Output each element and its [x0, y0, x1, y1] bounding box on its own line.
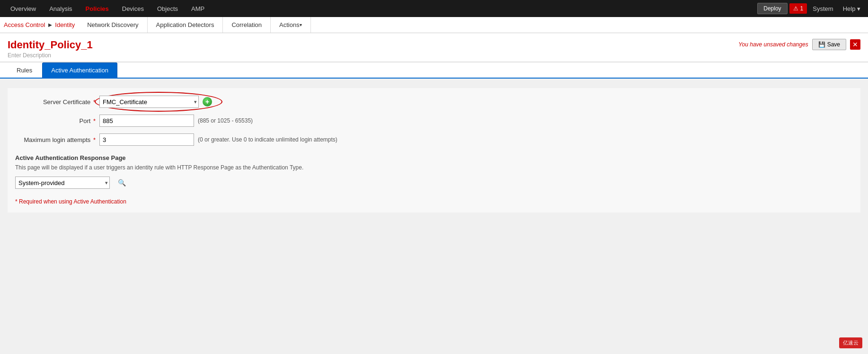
close-button[interactable]: ✕: [850, 39, 860, 50]
top-navigation: Overview Analysis Policies Devices Objec…: [0, 0, 868, 17]
nav-policies[interactable]: Policies: [79, 0, 115, 17]
tab-rules[interactable]: Rules: [8, 62, 41, 78]
nav-overview[interactable]: Overview: [4, 0, 43, 17]
response-page-title: Active Authentication Response Page: [15, 154, 853, 161]
alert-button[interactable]: ⚠ 1: [789, 3, 807, 14]
preview-button[interactable]: 🔍: [116, 177, 127, 188]
breadcrumb-separator: ►: [47, 21, 53, 28]
server-certificate-row: Server Certificate * FMC_Certificate ▾: [15, 96, 853, 108]
max-login-label: Maximum login attempts *: [15, 136, 96, 143]
nav-devices[interactable]: Devices: [115, 0, 151, 17]
response-page-section: Active Authentication Response Page This…: [15, 154, 853, 189]
breadcrumb-parent[interactable]: Access Control: [4, 21, 45, 28]
nav-correlation[interactable]: Correlation: [223, 17, 271, 33]
form-section: Server Certificate * FMC_Certificate ▾: [8, 88, 860, 212]
nav-network-discovery[interactable]: Network Discovery: [79, 17, 147, 33]
deploy-button[interactable]: Deploy: [757, 3, 787, 14]
breadcrumb: Access Control ► Identity: [0, 17, 79, 33]
server-certificate-select-wrapper: FMC_Certificate ▾: [99, 96, 199, 108]
response-page-row: System-provided ▾ 🔍: [15, 177, 853, 189]
nav-amp[interactable]: AMP: [185, 0, 211, 17]
tab-active-authentication[interactable]: Active Authentication: [42, 62, 117, 78]
required-star-port: *: [91, 117, 96, 124]
page-title: Identity_Policy_1: [8, 39, 93, 51]
breadcrumb-current: Identity: [55, 21, 75, 28]
unsaved-message: You have unsaved changes: [738, 41, 808, 48]
nav-application-detectors[interactable]: Application Detectors: [148, 17, 223, 33]
help-link[interactable]: Help ▾: [839, 5, 864, 12]
secondary-navigation: Access Control ► Identity Network Discov…: [0, 17, 868, 33]
alert-count: 1: [800, 5, 804, 12]
required-star-login: *: [91, 136, 96, 143]
page-description: Enter Description: [8, 52, 93, 59]
max-login-row: Maximum login attempts * (0 or greater. …: [15, 133, 853, 146]
port-label: Port *: [15, 117, 96, 124]
response-page-select-wrapper: System-provided ▾: [15, 177, 110, 189]
save-icon: 💾: [818, 41, 825, 48]
alert-icon: ⚠: [793, 5, 798, 12]
port-hint: (885 or 1025 - 65535): [198, 117, 253, 124]
page-header: Identity_Policy_1 Enter Description You …: [0, 33, 868, 62]
main-content: Server Certificate * FMC_Certificate ▾: [0, 79, 868, 315]
nav-analysis[interactable]: Analysis: [43, 0, 79, 17]
server-certificate-select[interactable]: FMC_Certificate: [99, 96, 199, 108]
tab-bar: Rules Active Authentication: [0, 62, 868, 79]
port-input[interactable]: [99, 115, 194, 127]
server-certificate-label: Server Certificate *: [15, 98, 96, 106]
max-login-hint: (0 or greater. Use 0 to indicate unlimit…: [198, 136, 337, 143]
required-note: * Required when using Active Authenticat…: [15, 198, 853, 205]
nav-actions[interactable]: Actions: [271, 17, 311, 33]
nav-objects[interactable]: Objects: [151, 0, 185, 17]
magnifier-icon: 🔍: [117, 178, 126, 187]
response-page-select[interactable]: System-provided: [15, 177, 110, 189]
save-label: Save: [827, 41, 840, 48]
server-certificate-wrapper: FMC_Certificate ▾: [99, 96, 213, 108]
add-icon: [203, 97, 212, 106]
response-page-desc: This page will be displayed if a user tr…: [15, 164, 853, 171]
max-login-input[interactable]: [99, 133, 194, 146]
add-certificate-button[interactable]: [202, 96, 213, 107]
save-button[interactable]: 💾 Save: [812, 39, 846, 50]
port-row: Port * (885 or 1025 - 65535): [15, 115, 853, 127]
system-link[interactable]: System: [809, 5, 837, 12]
required-star: *: [91, 98, 96, 106]
